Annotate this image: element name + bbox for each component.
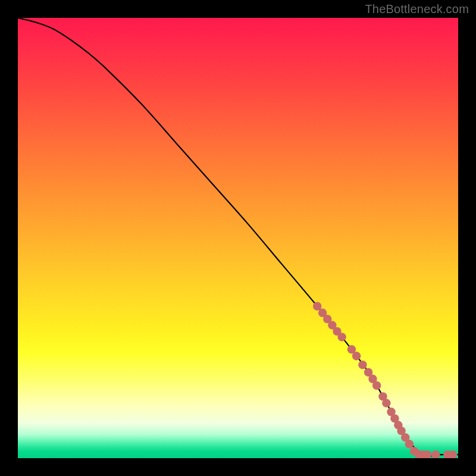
marker-point xyxy=(382,399,390,407)
marker-point xyxy=(431,450,440,458)
marker-point xyxy=(337,333,346,341)
plot-area xyxy=(18,18,458,458)
marker-group xyxy=(313,302,457,459)
marker-point xyxy=(405,440,414,448)
chart-svg xyxy=(18,18,458,458)
marker-point xyxy=(358,361,367,369)
marker-point xyxy=(352,352,361,360)
marker-point xyxy=(372,381,381,390)
bottleneck-curve xyxy=(18,18,458,456)
watermark-text: TheBottleneck.com xyxy=(365,2,469,16)
